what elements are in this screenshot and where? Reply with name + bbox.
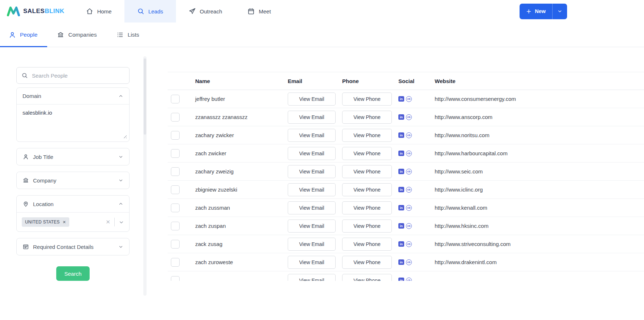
view-phone-button[interactable]: View Phone [342, 111, 392, 124]
view-email-button[interactable]: View Email [288, 111, 336, 124]
clear-select-icon[interactable]: ✕ [106, 219, 110, 225]
linkedin-icon[interactable]: in [398, 169, 404, 174]
linkedin-icon[interactable]: in [398, 223, 404, 229]
website-link[interactable]: http://www.harbourcapital.com [435, 150, 508, 156]
crunchbase-icon[interactable]: cb [406, 205, 412, 211]
row-checkbox[interactable] [171, 131, 180, 140]
required-contact-panel-header[interactable]: Required Contact Details [17, 238, 129, 255]
view-phone-button[interactable]: View Phone [342, 256, 392, 269]
view-phone-button[interactable]: View Phone [342, 147, 392, 160]
view-email-button[interactable]: View Email [288, 93, 336, 106]
new-button[interactable]: New [520, 4, 567, 19]
view-phone-button[interactable]: View Phone [342, 238, 392, 251]
row-checkbox[interactable] [171, 258, 180, 267]
crunchbase-icon[interactable]: cb [406, 241, 412, 247]
leads-tabs: People Companies Lists [0, 22, 644, 47]
location-multiselect[interactable]: UNITED STATES ✕ ✕ [17, 212, 129, 231]
crunchbase-icon[interactable]: cb [406, 96, 412, 102]
view-email-button[interactable]: View Email [288, 129, 336, 142]
tab-people[interactable]: People [0, 22, 47, 47]
scrollbar-thumb[interactable] [144, 58, 146, 135]
nav-item-leads[interactable]: Leads [124, 0, 176, 22]
nav-item-outreach[interactable]: Outreach [176, 0, 235, 22]
view-email-button[interactable]: View Email [288, 183, 336, 196]
search-people-input[interactable] [16, 67, 130, 84]
job-title-panel-header[interactable]: Job Title [17, 148, 129, 165]
view-email-button[interactable]: View Email [288, 238, 336, 251]
row-checkbox[interactable] [171, 240, 180, 249]
linkedin-icon[interactable]: in [398, 151, 404, 156]
row-checkbox[interactable] [171, 149, 180, 158]
linkedin-icon[interactable]: in [398, 259, 404, 265]
row-checkbox[interactable] [171, 95, 180, 103]
website-link[interactable]: http://www.seic.com [435, 168, 483, 175]
view-phone-button[interactable]: View Phone [342, 220, 392, 233]
crunchbase-icon[interactable]: cb [406, 151, 412, 156]
domain-panel-header[interactable]: Domain [17, 88, 129, 104]
list-icon [116, 31, 124, 38]
nav-item-meet[interactable]: Meet [235, 0, 283, 22]
view-email-button[interactable]: View Email [288, 201, 336, 214]
website-link[interactable]: http://www.anscorp.com [435, 114, 492, 120]
table-scroll-container[interactable]: Name Email Phone Social Website jeffrey … [168, 72, 644, 281]
lead-name: zack zusag [195, 241, 222, 247]
view-phone-button[interactable]: View Phone [342, 93, 392, 106]
view-phone-button[interactable]: View Phone [342, 201, 392, 214]
location-panel-header[interactable]: Location [17, 196, 129, 212]
company-panel-header[interactable]: Company [17, 172, 129, 189]
nav-item-home[interactable]: Home [73, 0, 124, 22]
row-checkbox[interactable] [171, 204, 180, 212]
lead-name: zachary zwicker [195, 132, 234, 138]
social-links: in cb [398, 223, 435, 229]
view-email-button[interactable]: View Email [288, 147, 336, 160]
view-email-button[interactable]: View Email [288, 274, 336, 281]
linkedin-icon[interactable]: in [398, 132, 404, 138]
tab-lists[interactable]: Lists [107, 22, 149, 47]
website-link[interactable]: http://www.kenall.com [435, 205, 487, 211]
website-link[interactable]: http://www.consumersenergy.com [435, 96, 516, 102]
chevron-down-icon [118, 154, 123, 159]
linkedin-icon[interactable]: in [398, 278, 404, 281]
crunchbase-icon[interactable]: cb [406, 259, 412, 265]
new-dropdown-toggle[interactable] [553, 4, 567, 19]
crunchbase-icon[interactable]: cb [406, 132, 412, 138]
website-link[interactable]: http://www.iclinc.org [435, 186, 483, 193]
crunchbase-icon[interactable]: cb [406, 278, 412, 281]
website-link[interactable]: http://www.hksinc.com [435, 223, 488, 229]
social-links: in cb [398, 151, 435, 156]
linkedin-icon[interactable]: in [398, 114, 404, 120]
linkedin-icon[interactable]: in [398, 96, 404, 102]
crunchbase-icon[interactable]: cb [406, 187, 412, 193]
crunchbase-icon[interactable]: cb [406, 114, 412, 120]
view-phone-button[interactable]: View Phone [342, 129, 392, 142]
domain-textarea[interactable]: salesblink.io [18, 106, 128, 137]
website-link[interactable]: http://www.noritsu.com [435, 132, 489, 138]
remove-tag-icon[interactable]: ✕ [63, 220, 66, 225]
tab-companies[interactable]: Companies [47, 22, 106, 47]
website-link[interactable]: http://www.drakenintl.com [435, 259, 497, 265]
row-checkbox[interactable] [171, 185, 180, 194]
view-phone-button[interactable]: View Phone [342, 183, 392, 196]
view-email-button[interactable]: View Email [288, 256, 336, 269]
row-checkbox[interactable] [171, 222, 180, 230]
view-email-button[interactable]: View Email [288, 220, 336, 233]
view-phone-button[interactable]: View Phone [342, 165, 392, 178]
logo-blink: BLINK [45, 8, 64, 15]
salesblink-logo[interactable]: SALESBLINK [0, 6, 65, 17]
scrollbar[interactable] [143, 56, 147, 296]
linkedin-icon[interactable]: in [398, 187, 404, 192]
crunchbase-icon[interactable]: cb [406, 223, 412, 229]
linkedin-icon[interactable]: in [398, 205, 404, 210]
website-link[interactable]: http://www.striveconsulting.com [435, 241, 510, 247]
linkedin-icon[interactable]: in [398, 241, 404, 247]
row-checkbox[interactable] [171, 113, 180, 122]
search-button[interactable]: Search [56, 266, 90, 281]
chevron-down-icon[interactable] [119, 220, 124, 225]
row-checkbox[interactable] [171, 276, 180, 281]
view-phone-button[interactable]: View Phone [342, 274, 392, 281]
table-row: zzanasszz zzanasszz View Email View Phon… [168, 108, 644, 126]
view-email-button[interactable]: View Email [288, 165, 336, 178]
column-header-phone: Phone [342, 72, 398, 90]
row-checkbox[interactable] [171, 167, 180, 176]
crunchbase-icon[interactable]: cb [406, 169, 412, 175]
